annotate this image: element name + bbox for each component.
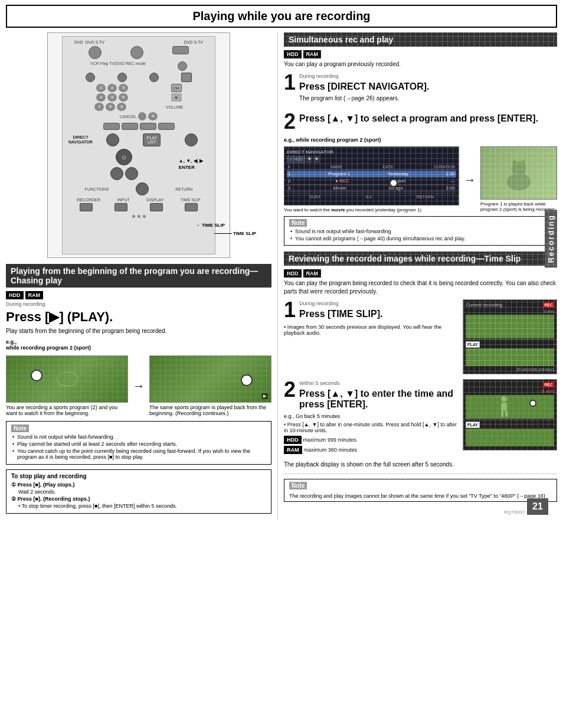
remote-btn-2[interactable] <box>130 46 143 59</box>
ts-display-1: Current recording REC 0 min <box>463 299 557 374</box>
chasing-play-section: Playing from the beginning of the progra… <box>6 264 271 514</box>
chasing-img1-caption: You are recording a sports program (2) a… <box>6 404 128 416</box>
ts-display-soccer2 <box>466 348 554 366</box>
page-number: 21 <box>527 498 548 515</box>
arrow-icon: → <box>133 379 145 393</box>
svg-rect-8 <box>505 411 508 417</box>
note-item-2: Play cannot be started until at least 2 … <box>11 441 266 447</box>
note-title-chasing: Note <box>11 425 29 432</box>
chasing-img1 <box>6 355 128 403</box>
timeslip-section: Reviewing the recorded images while reco… <box>284 252 557 502</box>
left-column: DVD DVD S.TV DVD S.TV VCR Play TV/DVD RE… <box>6 32 277 520</box>
note-item-1: Sound is not output while fast-forwardin… <box>11 434 266 440</box>
hdd-badge: HDD <box>6 291 24 299</box>
svg-point-5 <box>501 396 507 402</box>
rec-btn[interactable] <box>178 61 187 71</box>
chasing-play-header: Playing from the beginning of the progra… <box>6 264 271 288</box>
ts-d2-soccer1 <box>466 395 554 419</box>
chasing-play-title: Playing from the beginning of the progra… <box>11 266 258 285</box>
chasing-img2-caption: The same sports program is played back f… <box>149 404 271 416</box>
svg-point-0 <box>57 372 78 386</box>
during-recording-label: During recording <box>6 301 271 307</box>
ram-badge: RAM <box>25 291 44 299</box>
page-title-bar: Playing while you are recording <box>6 5 557 28</box>
num-2[interactable] <box>149 73 159 82</box>
remote-btn-1[interactable] <box>89 46 102 59</box>
stop-box-title: To stop play and recording <box>11 473 266 479</box>
stop-play-box: To stop play and recording ① Press [■]. … <box>6 469 271 514</box>
chasing-press-action: Press [▶] (PLAY). <box>6 309 271 325</box>
chasing-note: Note Sound is not output while fast-forw… <box>6 421 271 465</box>
chasing-desc: Play starts from the beginning of the pr… <box>6 327 271 335</box>
remote-btn-3[interactable] <box>172 46 189 54</box>
chasing-images: You are recording a sports program (2) a… <box>6 355 271 416</box>
remote-image: DVD DVD S.TV DVD S.TV VCR Play TV/DVD RE… <box>47 32 230 258</box>
chasing-img2: ▶ <box>149 355 271 403</box>
footer-code: RQT6037 <box>504 510 525 515</box>
svg-rect-6 <box>501 403 507 411</box>
eg-label-chasing: e.g., while recording program 2 (sport) <box>6 339 271 351</box>
stop-item-1-sub: Wait 2 seconds. <box>11 489 266 495</box>
num-0[interactable] <box>86 73 95 82</box>
svg-rect-7 <box>501 411 503 417</box>
right-column: Recording Simultaneous rec and play HDD … <box>277 32 557 520</box>
ts-d2-soccer2 <box>466 429 554 446</box>
ts-step1: 1 During recording Press [TIME SLIP]. • … <box>284 299 557 374</box>
stop-item-1: ① Press [■]. (Play stops.) <box>11 482 266 488</box>
page-title: Playing while you are recording <box>7 9 556 23</box>
remote-device: DVD DVD S.TV DVD S.TV VCR Play TV/DVD RE… <box>62 36 215 254</box>
num-1[interactable] <box>117 73 127 82</box>
note-item-3: You cannot catch up to the point current… <box>11 448 266 460</box>
stop-item-2-sub: • To stop timer recording, press [■], th… <box>11 503 266 509</box>
stop-item-2: ② Press [■]. (Recording stops.) <box>11 496 266 502</box>
chasing-badges: HDD RAM <box>6 291 271 299</box>
